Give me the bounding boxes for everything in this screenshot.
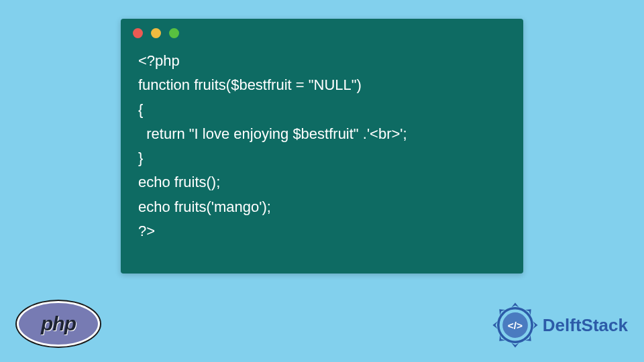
code-line: ?> bbox=[138, 223, 155, 239]
code-line: <?php bbox=[138, 52, 180, 69]
code-line: echo fruits(); bbox=[138, 174, 220, 190]
svg-text:</>: </> bbox=[508, 320, 523, 331]
php-logo: php bbox=[19, 303, 99, 346]
minimize-icon bbox=[151, 28, 161, 38]
svg-marker-0 bbox=[511, 302, 519, 307]
delftstack-gear-icon: </> bbox=[492, 302, 539, 349]
code-line: function fruits($bestfruit = "NULL") bbox=[138, 76, 362, 93]
code-window: <?php function fruits($bestfruit = "NULL… bbox=[121, 19, 523, 274]
code-line: { bbox=[138, 101, 143, 118]
close-icon bbox=[133, 28, 143, 38]
code-line: } bbox=[138, 149, 143, 166]
delftstack-logo: </> DelftStack bbox=[492, 302, 628, 349]
php-logo-text: php bbox=[41, 312, 76, 335]
code-line: echo fruits('mango'); bbox=[138, 198, 271, 215]
maximize-icon bbox=[169, 28, 179, 38]
code-line: return "I love enjoying $bestfruit" .'<b… bbox=[138, 125, 407, 142]
delftstack-text: DelftStack bbox=[543, 315, 628, 336]
svg-marker-6 bbox=[492, 321, 497, 328]
php-logo-ellipse: php bbox=[19, 303, 98, 345]
code-block: <?php function fruits($bestfruit = "NULL… bbox=[121, 44, 523, 254]
svg-marker-4 bbox=[511, 343, 519, 348]
svg-marker-2 bbox=[533, 321, 537, 328]
window-traffic-lights bbox=[121, 19, 523, 44]
